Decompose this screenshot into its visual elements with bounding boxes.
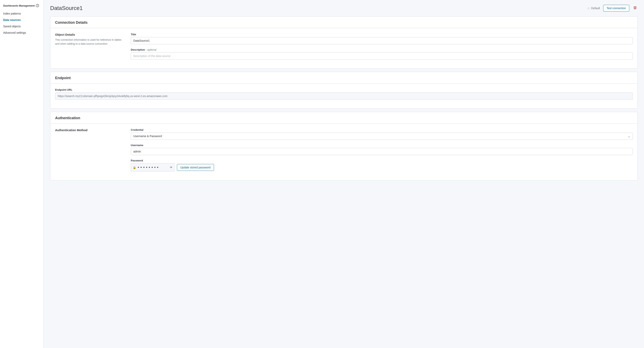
endpoint-title: Endpoint: [55, 76, 71, 80]
sidebar-item-data-sources[interactable]: Data sources: [0, 17, 44, 23]
connection-details-title: Connection Details: [55, 21, 88, 25]
credential-select-wrapper: No authentication Username & Password AW…: [131, 132, 633, 140]
sidebar: Dashboards Management ? Index patterns D…: [0, 0, 44, 348]
title-input[interactable]: [131, 37, 633, 44]
description-label-text: Description: [131, 48, 145, 51]
title-group: Title: [131, 33, 633, 44]
authentication-body: Authentication Method Credential No auth…: [50, 124, 638, 180]
test-connection-button[interactable]: Test connection: [603, 5, 629, 12]
object-details-row: Object Details This connection informati…: [55, 33, 633, 64]
description-optional: - optional: [146, 48, 156, 51]
authentication-header: Authentication: [50, 112, 638, 124]
help-icon[interactable]: ?: [36, 4, 39, 7]
endpoint-url-group: Endpoint URL: [55, 88, 633, 100]
endpoint-url-input[interactable]: [55, 92, 633, 100]
object-details-title: Object Details: [55, 33, 123, 36]
endpoint-body: Endpoint URL: [50, 84, 638, 108]
default-label: Default: [591, 7, 600, 10]
endpoint-header: Endpoint: [50, 72, 638, 84]
password-input[interactable]: [131, 163, 174, 171]
star-icon: ☆: [587, 6, 590, 10]
description-group: Description - optional: [131, 48, 633, 60]
page-actions: ☆ Default Test connection: [587, 5, 638, 12]
eye-icon[interactable]: 👁: [170, 166, 172, 169]
auth-method-title: Authentication Method: [55, 128, 123, 132]
page-title: DataSource1: [50, 5, 82, 11]
credential-label: Credential: [131, 128, 633, 131]
authentication-title: Authentication: [55, 116, 80, 120]
endpoint-url-label: Endpoint URL: [55, 88, 633, 91]
endpoint-card: Endpoint Endpoint URL: [50, 72, 638, 109]
credential-group: Credential No authentication Username & …: [131, 128, 633, 140]
app-title-text: Dashboards Management: [3, 4, 35, 7]
update-password-button[interactable]: Update stored password: [177, 164, 214, 171]
description-input[interactable]: [131, 52, 633, 60]
object-details-right: Title Description - optional: [131, 33, 633, 64]
connection-details-card: Connection Details Object Details This c…: [50, 16, 638, 69]
title-label: Title: [131, 33, 633, 36]
username-label: Username: [131, 144, 633, 147]
object-details-desc: This connection information is used for …: [55, 38, 123, 46]
credential-select[interactable]: No authentication Username & Password AW…: [131, 132, 633, 140]
lock-icon: 🔒: [133, 166, 136, 169]
auth-method-left: Authentication Method: [55, 128, 123, 176]
username-group: Username: [131, 144, 633, 155]
delete-button[interactable]: [632, 5, 638, 11]
page-header: DataSource1 ☆ Default Test connection: [50, 5, 638, 12]
connection-details-body: Object Details This connection informati…: [50, 28, 638, 68]
sidebar-item-saved-objects[interactable]: Saved objects: [0, 23, 44, 30]
password-row: 🔒 👁 Update stored password: [131, 163, 633, 171]
password-group: Password 🔒 👁 Update stored password: [131, 159, 633, 171]
sidebar-nav: Index patterns Data sources Saved object…: [0, 10, 44, 36]
main-content: DataSource1 ☆ Default Test connection Co…: [44, 0, 644, 348]
auth-method-right: Credential No authentication Username & …: [131, 128, 633, 176]
sidebar-item-index-patterns[interactable]: Index patterns: [0, 10, 44, 17]
username-input[interactable]: [131, 148, 633, 155]
default-toggle[interactable]: ☆ Default: [587, 6, 600, 10]
password-label: Password: [131, 159, 633, 162]
description-label: Description - optional: [131, 48, 633, 51]
object-details-left: Object Details This connection informati…: [55, 33, 123, 64]
authentication-card: Authentication Authentication Method Cre…: [50, 112, 638, 180]
sidebar-item-advanced-settings[interactable]: Advanced settings: [0, 30, 44, 36]
connection-details-header: Connection Details: [50, 17, 638, 28]
auth-method-row: Authentication Method Credential No auth…: [55, 128, 633, 176]
password-input-wrapper: 🔒 👁: [131, 163, 174, 171]
app-title: Dashboards Management ?: [0, 4, 44, 10]
